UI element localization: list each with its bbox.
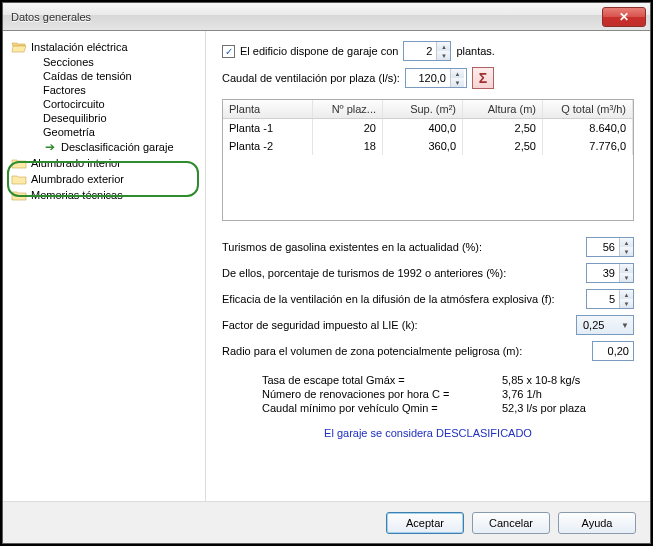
plantas-input[interactable]	[404, 42, 436, 60]
tree-node-desequilibrio[interactable]: Desequilibrio	[7, 111, 201, 125]
tree-node-cortocircuito[interactable]: Cortocircuito	[7, 97, 201, 111]
caudal-input[interactable]	[406, 69, 450, 87]
dialog-window: Datos generales ✕ Instalación eléctrica …	[2, 2, 651, 544]
th-plazas[interactable]: Nº plaz...	[313, 100, 383, 118]
spin-down-icon[interactable]: ▼	[620, 273, 633, 282]
th-planta[interactable]: Planta	[223, 100, 313, 118]
plantas-suffix: plantas.	[456, 45, 495, 57]
caudal-label: Caudal de ventilación por plaza (l/s):	[222, 72, 400, 84]
tree-node-desclasificacion[interactable]: ➔ Desclasificación garaje	[7, 139, 201, 155]
deellos-row: De ellos, porcentaje de turismos de 1992…	[222, 263, 634, 283]
folder-open-icon	[11, 40, 27, 54]
th-sup[interactable]: Sup. (m²)	[383, 100, 463, 118]
folder-icon	[11, 188, 27, 202]
spin-up-icon[interactable]: ▲	[620, 238, 633, 247]
deellos-spinner[interactable]: ▲▼	[586, 263, 634, 283]
turismos-label: Turismos de gasolina existentes en la ac…	[222, 241, 580, 253]
folder-icon	[11, 156, 27, 170]
eficacia-input[interactable]	[587, 290, 619, 308]
tree-label: Cortocircuito	[43, 98, 105, 110]
spin-up-icon[interactable]: ▲	[620, 264, 633, 273]
tree-label: Desclasificación garaje	[61, 141, 174, 153]
factork-row: Factor de seguridad impuesto al LIE (k):…	[222, 315, 634, 335]
sigma-button[interactable]: Σ	[472, 67, 494, 89]
result-value: 3,76 1/h	[502, 388, 622, 400]
caudal-row: Caudal de ventilación por plaza (l/s): ▲…	[222, 67, 634, 89]
eficacia-row: Eficacia de la ventilación en la difusió…	[222, 289, 634, 309]
result-value: 5,85 x 10-8 kg/s	[502, 374, 622, 386]
result-label: Tasa de escape total Gmáx =	[262, 374, 502, 386]
th-altura[interactable]: Altura (m)	[463, 100, 543, 118]
result-label: Caudal mínimo por vehículo Qmin =	[262, 402, 502, 414]
th-qtotal[interactable]: Q total (m³/h)	[543, 100, 633, 118]
garage-check-label: El edificio dispone de garaje con	[240, 45, 398, 57]
radio-row: Radio para el volumen de zona potencialm…	[222, 341, 634, 361]
tree-label: Secciones	[43, 56, 94, 68]
result-label: Número de renovaciones por hora C =	[262, 388, 502, 400]
help-button[interactable]: Ayuda	[558, 512, 636, 534]
garage-check-row: ✓ El edificio dispone de garaje con ▲▼ p…	[222, 41, 634, 61]
table-row[interactable]: Planta -2 18 360,0 2,50 7.776,0	[223, 137, 633, 155]
status-text: El garaje se considera DESCLASIFICADO	[222, 421, 634, 439]
tree-node-factores[interactable]: Factores	[7, 83, 201, 97]
close-icon: ✕	[619, 10, 629, 24]
spin-down-icon[interactable]: ▼	[451, 78, 464, 87]
titlebar: Datos generales ✕	[3, 3, 650, 31]
tree-label: Desequilibrio	[43, 112, 107, 124]
ok-button[interactable]: Aceptar	[386, 512, 464, 534]
tree-node-instalacion[interactable]: Instalación eléctrica	[7, 39, 201, 55]
factork-select[interactable]: 0,25 ▼	[576, 315, 634, 335]
form-panel: ✓ El edificio dispone de garaje con ▲▼ p…	[206, 31, 650, 501]
turismos-input[interactable]	[587, 238, 619, 256]
radio-input[interactable]	[592, 341, 634, 361]
table-header: Planta Nº plaz... Sup. (m²) Altura (m) Q…	[223, 100, 633, 119]
sigma-icon: Σ	[479, 70, 487, 86]
factork-label: Factor de seguridad impuesto al LIE (k):	[222, 319, 570, 331]
factork-value: 0,25	[583, 319, 604, 331]
button-bar: Aceptar Cancelar Ayuda	[3, 501, 650, 543]
window-title: Datos generales	[11, 11, 602, 23]
arrow-right-icon: ➔	[43, 140, 57, 154]
result-value: 52,3 l/s por plaza	[502, 402, 622, 414]
tree-node-memorias[interactable]: Memorias técnicas	[7, 187, 201, 203]
results-block: Tasa de escape total Gmáx =5,85 x 10-8 k…	[222, 373, 634, 415]
tree-node-geometria[interactable]: Geometría	[7, 125, 201, 139]
tree-label: Caídas de tensión	[43, 70, 132, 82]
turismos-row: Turismos de gasolina existentes en la ac…	[222, 237, 634, 257]
spin-down-icon[interactable]: ▼	[437, 51, 450, 60]
plantas-spinner[interactable]: ▲▼	[403, 41, 451, 61]
eficacia-spinner[interactable]: ▲▼	[586, 289, 634, 309]
tree-label: Geometría	[43, 126, 95, 138]
eficacia-label: Eficacia de la ventilación en la difusió…	[222, 293, 580, 305]
tree-node-alumbrado-interior[interactable]: Alumbrado interior	[7, 155, 201, 171]
spin-up-icon[interactable]: ▲	[437, 42, 450, 51]
caudal-spinner[interactable]: ▲▼	[405, 68, 467, 88]
tree-label: Alumbrado interior	[31, 157, 121, 169]
tree-node-secciones[interactable]: Secciones	[7, 55, 201, 69]
spin-down-icon[interactable]: ▼	[620, 247, 633, 256]
folder-icon	[11, 172, 27, 186]
garage-checkbox[interactable]: ✓	[222, 45, 235, 58]
tree-label: Alumbrado exterior	[31, 173, 124, 185]
spin-down-icon[interactable]: ▼	[620, 299, 633, 308]
spin-up-icon[interactable]: ▲	[620, 290, 633, 299]
chevron-down-icon: ▼	[621, 321, 629, 330]
tree-label: Factores	[43, 84, 86, 96]
plantas-table[interactable]: Planta Nº plaz... Sup. (m²) Altura (m) Q…	[222, 99, 634, 221]
cancel-button[interactable]: Cancelar	[472, 512, 550, 534]
tree-label: Instalación eléctrica	[31, 41, 128, 53]
tree-label: Memorias técnicas	[31, 189, 123, 201]
radio-label: Radio para el volumen de zona potencialm…	[222, 345, 586, 357]
table-row[interactable]: Planta -1 20 400,0 2,50 8.640,0	[223, 119, 633, 137]
content-area: Instalación eléctrica Secciones Caídas d…	[3, 31, 650, 501]
spin-up-icon[interactable]: ▲	[451, 69, 464, 78]
deellos-label: De ellos, porcentaje de turismos de 1992…	[222, 267, 580, 279]
turismos-spinner[interactable]: ▲▼	[586, 237, 634, 257]
close-button[interactable]: ✕	[602, 7, 646, 27]
tree-node-caidas[interactable]: Caídas de tensión	[7, 69, 201, 83]
tree-node-alumbrado-exterior[interactable]: Alumbrado exterior	[7, 171, 201, 187]
nav-tree[interactable]: Instalación eléctrica Secciones Caídas d…	[3, 31, 206, 501]
deellos-input[interactable]	[587, 264, 619, 282]
